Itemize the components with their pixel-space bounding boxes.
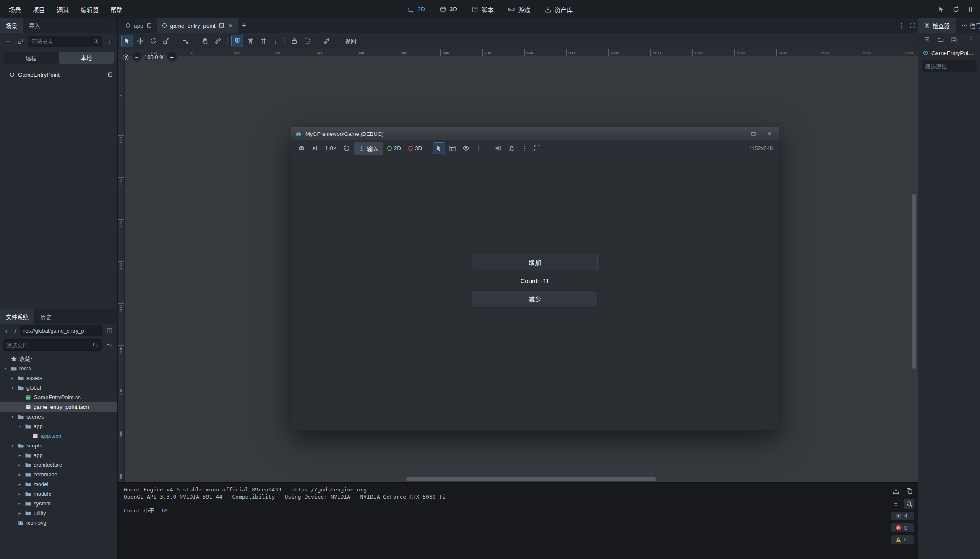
add-node-button[interactable]: + [3,36,13,47]
tree-arrow-icon[interactable]: ▾ [10,443,16,448]
tab-signals[interactable]: 信号 [956,18,980,33]
scene-tab-game-entry-point[interactable]: game_entry_point ✕ [157,18,238,33]
load-resource-icon[interactable] [935,34,946,45]
tab-inspector[interactable]: 检查器 [918,18,956,33]
embed-fullscreen-icon[interactable] [531,142,543,154]
scene-tree-menu-icon[interactable]: ⋮ [104,37,115,45]
file-tree-item-icon.svg[interactable]: icon.svg [0,518,117,528]
tree-arrow-icon[interactable]: ▸ [17,501,23,506]
file-tree-item-system[interactable]: ▸system [0,499,117,508]
file-tree-item-game_entry_point.tscn[interactable]: game_entry_point.tscn [0,402,117,412]
menu-scene[interactable]: 场景 [3,2,26,17]
selection-menu-icon[interactable]: ⋮ [473,145,484,152]
ruler-tool-button[interactable] [212,35,224,47]
tree-arrow-icon[interactable]: ▸ [10,376,16,380]
scene-tab-list-icon[interactable]: ⋮ [896,22,907,29]
file-tree-item-global[interactable]: ▾global [0,383,117,393]
maximize-window-icon[interactable] [751,131,756,137]
tree-arrow-icon[interactable]: ▾ [3,366,8,371]
tree-arrow-icon[interactable]: ▸ [17,472,23,477]
list-select-tool-button[interactable] [180,35,192,47]
file-tree-item-app[interactable]: ▾app [0,421,117,431]
local-button[interactable]: 本地 [59,52,114,64]
mode-script-button[interactable]: 脚本 [466,2,499,17]
file-tree-item-app.tscn[interactable]: app.tscn [0,431,117,441]
tree-arrow-icon[interactable]: ▾ [10,414,16,419]
zoom-reset-icon[interactable] [122,54,129,61]
inspected-node-row[interactable]: GameEntryPoint... [918,47,980,59]
menu-debug[interactable]: 调试 [51,2,74,17]
mute-audio-icon[interactable] [492,142,504,154]
inspector-extra-menu-icon[interactable]: ⋮ [966,36,977,44]
tab-history[interactable]: 历史 [34,309,57,324]
filter-files-input[interactable]: 筛选文件 [3,339,102,351]
current-path[interactable]: res://global/game_entry_p [20,325,103,336]
panels-icon[interactable] [446,142,459,154]
scene-tree-root-node[interactable]: GameEntryPoint [0,69,117,80]
scale-tool-button[interactable] [160,35,172,47]
zoom-out-button[interactable]: − [132,52,141,62]
game-window-titlebar[interactable]: MyGFrameworkGame (DEBUG) [291,127,779,140]
skeleton-options-button[interactable] [321,35,333,47]
close-window-icon[interactable] [766,131,772,137]
input-mode-button[interactable]: 输入 [354,142,383,155]
rotate-tool-button[interactable] [147,35,159,47]
debug-pick-icon[interactable] [938,6,945,13]
close-tab-icon[interactable]: ✕ [229,23,233,29]
smart-snap-button[interactable] [231,35,243,47]
tree-arrow-icon[interactable]: ▸ [17,491,23,496]
nav-back-icon[interactable]: ‹ [3,327,10,335]
camera-menu-icon[interactable]: ⋮ [519,145,530,152]
mode-3d-button[interactable]: 3D [434,3,463,16]
mode-assetlib-button[interactable]: 资产库 [539,2,579,17]
split-view-icon[interactable] [104,325,115,336]
menu-help[interactable]: 帮助 [105,2,128,17]
zoom-percentage[interactable]: 100.0 % [144,54,164,60]
error-count-badge[interactable]: 0 [891,523,914,532]
visibility-eye-icon[interactable] [460,142,472,154]
tab-scene[interactable]: 场景 [0,18,23,33]
file-tree-item-favorites[interactable]: 收藏： [0,354,117,364]
snap-menu-icon[interactable]: ⋮ [270,37,281,45]
copy-output-icon[interactable] [904,486,914,496]
file-tree-item-gameentrypoint.cs[interactable]: C#GameEntryPoint.cs [0,393,117,402]
remote-button[interactable]: 远程 [3,52,59,64]
mode-game-button[interactable]: 游戏 [503,2,536,17]
tree-arrow-icon[interactable]: ▾ [17,424,23,429]
filter-nodes-input[interactable]: 筛选节点 [28,36,102,47]
game-2d-mode-button[interactable]: 2D [384,143,404,153]
warning-count-badge[interactable]: 0 [891,535,914,544]
tab-import[interactable]: 导入 [23,18,46,33]
tree-arrow-icon[interactable]: ▸ [17,511,23,515]
group-node-button[interactable] [301,35,313,47]
file-tree-item-module[interactable]: ▸module [0,489,117,499]
file-tree-item-command[interactable]: ▸command [0,470,117,479]
expand-editor-icon[interactable] [907,20,918,31]
debug-options-icon[interactable] [506,142,518,154]
output-filter-icon[interactable] [891,499,901,509]
increase-button[interactable]: 增加 [472,254,598,271]
sort-files-icon[interactable] [104,339,115,350]
file-tree-item-scenes[interactable]: ▾scenes [0,412,117,421]
tree-arrow-icon[interactable]: ▸ [17,453,23,458]
pan-tool-button[interactable] [199,35,211,47]
zoom-in-button[interactable]: + [167,52,177,62]
game-select-tool-button[interactable] [433,142,445,154]
restart-game-icon[interactable] [952,6,959,13]
file-tree-item-scripts[interactable]: ▾scripts [0,441,117,450]
view-menu-button[interactable]: 视图 [340,35,361,47]
menu-editor[interactable]: 编辑器 [75,2,104,17]
file-tree-item-utility[interactable]: ▸utility [0,508,117,518]
filesystem-dock-menu-icon[interactable]: ⋮ [107,309,117,324]
save-log-icon[interactable] [891,486,901,496]
save-resource-icon[interactable] [949,34,959,45]
new-scene-tab-button[interactable]: + [238,18,250,33]
horizontal-scrollbar[interactable] [406,477,656,481]
file-tree-item-model[interactable]: ▸model [0,479,117,489]
2d-viewport[interactable]: -100010020030040050060070080090010001100… [118,49,918,482]
game-speed-label[interactable]: 1.0× [322,145,339,151]
decrease-button[interactable]: 减少 [472,290,598,308]
menu-project[interactable]: 项目 [27,2,50,17]
instance-scene-icon[interactable] [15,36,26,47]
grid-snap-button[interactable] [244,35,256,47]
